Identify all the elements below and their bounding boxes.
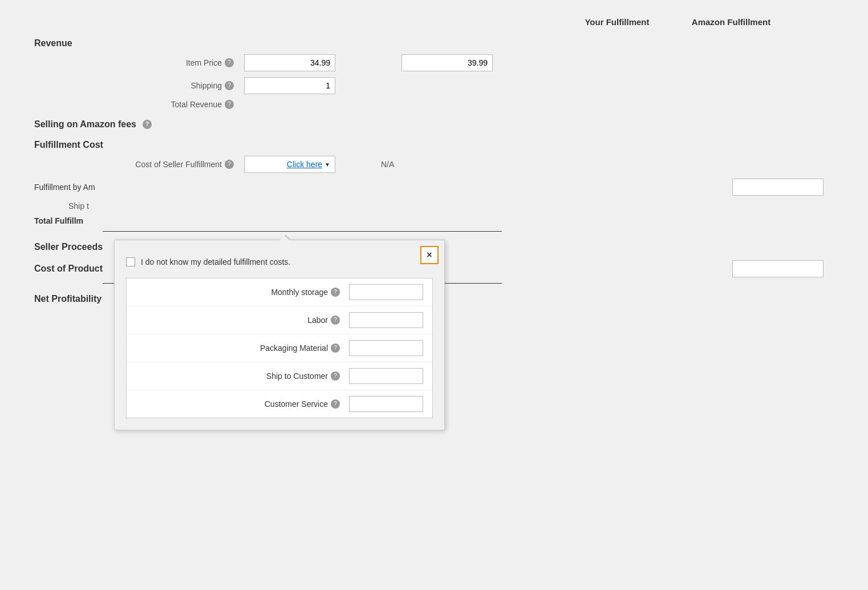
customer-service-help-icon[interactable]: ? — [331, 399, 340, 409]
popup-close-button[interactable]: × — [420, 246, 439, 264]
shipping-your-input[interactable] — [244, 77, 335, 94]
fulfillment-by-amazon-label: Fulfillment by Am — [34, 183, 95, 192]
close-icon: × — [427, 250, 432, 260]
page-container: Your Fulfillment Amazon Fulfillment Reve… — [0, 0, 868, 327]
amazon-fulfillment-header: Amazon Fulfillment — [674, 17, 788, 27]
total-revenue-label: Total Revenue ? — [103, 100, 234, 109]
packaging-material-row: Packaging Material ? — [127, 334, 432, 362]
item-price-row: Item Price ? — [34, 54, 834, 71]
labor-label: Labor ? — [136, 316, 349, 325]
click-here-button[interactable]: Click here ▼ — [244, 156, 335, 173]
customer-service-input[interactable] — [349, 396, 423, 412]
popup-pointer-inner — [279, 236, 290, 241]
cost-of-product-amazon-input[interactable] — [732, 260, 824, 277]
customer-service-label: Customer Service ? — [136, 399, 349, 409]
monthly-storage-label: Monthly storage ? — [136, 288, 349, 297]
item-price-your-input[interactable] — [244, 54, 335, 71]
selling-fees-help-icon[interactable]: ? — [143, 120, 152, 129]
labor-input[interactable] — [349, 312, 423, 328]
popup-checkbox-row: I do not know my detailed fulfillment co… — [126, 257, 433, 266]
packaging-material-label: Packaging Material ? — [136, 344, 349, 353]
seller-fulfillment-help-icon[interactable]: ? — [225, 160, 234, 169]
revenue-section-title: Revenue — [34, 38, 834, 49]
dropdown-arrow-icon: ▼ — [325, 161, 330, 168]
labor-help-icon[interactable]: ? — [331, 316, 340, 325]
unknown-costs-checkbox[interactable] — [126, 257, 135, 266]
labor-row: Labor ? — [127, 306, 432, 334]
fulfillment-popup: × I do not know my detailed fulfillment … — [114, 240, 445, 430]
fulfillment-cost-section-title: Fulfillment Cost — [34, 140, 834, 150]
selling-fees-section: Selling on Amazon fees ? — [34, 119, 834, 130]
shipping-label: Shipping ? — [103, 81, 234, 90]
click-here-wrapper: Click here ▼ — [244, 156, 335, 173]
monthly-storage-row: Monthly storage ? — [127, 278, 432, 306]
divider-1 — [103, 231, 502, 232]
item-price-label: Item Price ? — [103, 58, 234, 67]
header-row: Your Fulfillment Amazon Fulfillment — [34, 17, 834, 27]
monthly-storage-help-icon[interactable]: ? — [331, 288, 340, 297]
seller-fulfillment-row: Cost of Seller Fulfillment ? Click here … — [34, 156, 834, 173]
monthly-storage-input[interactable] — [349, 284, 423, 300]
click-here-text: Click here — [287, 160, 322, 169]
total-revenue-help-icon[interactable]: ? — [225, 100, 234, 109]
item-price-amazon-input[interactable] — [401, 54, 493, 71]
shipping-help-icon[interactable]: ? — [225, 81, 234, 90]
your-fulfillment-header: Your Fulfillment — [560, 17, 674, 27]
fulfillment-by-amazon-row: Fulfillment by Am — [34, 179, 834, 196]
item-price-inputs — [244, 54, 503, 71]
seller-fulfillment-label: Cost of Seller Fulfillment ? — [103, 160, 234, 169]
fulfillment-amazon-input[interactable] — [732, 179, 824, 196]
customer-service-row: Customer Service ? — [127, 390, 432, 418]
ship-to-customer-input[interactable] — [349, 368, 423, 384]
unknown-costs-label: I do not know my detailed fulfillment co… — [141, 257, 290, 266]
na-text: N/A — [381, 160, 394, 169]
packaging-material-help-icon[interactable]: ? — [331, 344, 340, 353]
ship-to-customer-row: Ship to Customer ? — [127, 362, 432, 390]
ship-to-row: Ship t — [34, 201, 834, 211]
popup-table: Monthly storage ? Labor ? Packaging Mate… — [126, 278, 433, 418]
packaging-material-input[interactable] — [349, 340, 423, 356]
total-fulfillment-row: Total Fulfillm — [34, 216, 834, 225]
ship-to-label: Ship t — [68, 201, 89, 211]
item-price-help-icon[interactable]: ? — [225, 58, 234, 67]
ship-to-customer-label: Ship to Customer ? — [136, 371, 349, 381]
shipping-row: Shipping ? — [34, 77, 834, 94]
total-revenue-row: Total Revenue ? — [34, 100, 834, 109]
total-fulfillment-label: Total Fulfillm — [34, 216, 83, 225]
ship-to-customer-help-icon[interactable]: ? — [331, 371, 340, 381]
